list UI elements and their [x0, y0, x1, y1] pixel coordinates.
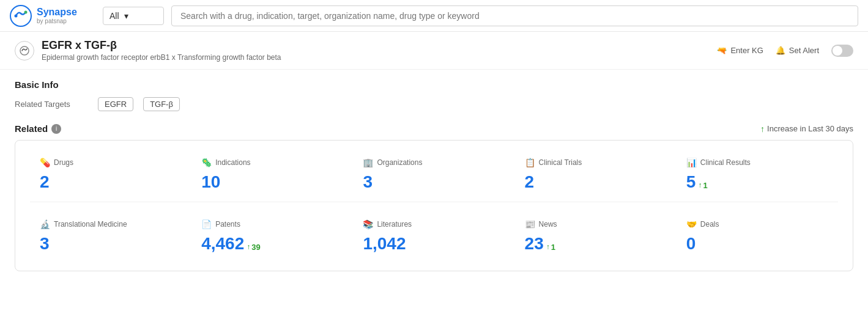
stat-number: 0: [686, 234, 696, 254]
stat-label: 💊Drugs: [40, 158, 182, 167]
stat-value: 0: [686, 234, 828, 254]
stat-category-label: News: [539, 220, 557, 229]
stat-item[interactable]: 📄Patents4,462↑39: [191, 214, 353, 258]
stat-item[interactable]: 📊Clinical Results5↑1: [677, 153, 838, 197]
tag-tgfb[interactable]: TGF-β: [143, 97, 180, 111]
stat-category-label: Drugs: [54, 158, 73, 167]
stat-increase-badge: ↑1: [546, 243, 555, 252]
increase-number: 39: [251, 243, 260, 252]
dropdown-label: All: [109, 11, 119, 21]
entity-subtitle: Epidermal growth factor receptor erbB1 x…: [42, 53, 281, 62]
alert-toggle[interactable]: [831, 45, 853, 57]
stat-number: 1,042: [363, 234, 406, 254]
svg-point-3: [20, 46, 29, 55]
stat-label: 🔬Translational Medicine: [40, 219, 182, 229]
increase-text: Increase in Last 30 days: [767, 124, 853, 133]
set-alert-label: Set Alert: [789, 46, 819, 55]
stat-item[interactable]: 💊Drugs2: [30, 153, 191, 197]
chevron-down-icon: ▾: [124, 11, 128, 21]
stat-category-label: Clinical Trials: [539, 158, 582, 167]
stat-category-icon: 🦠: [201, 158, 212, 167]
stat-category-icon: 🏢: [363, 158, 373, 167]
stat-category-label: Indications: [215, 158, 250, 167]
svg-point-2: [24, 10, 28, 13]
stats-row-1: 💊Drugs2🦠Indications10🏢Organizations3📋Cli…: [30, 153, 838, 197]
stat-label: 📋Clinical Trials: [525, 158, 667, 167]
stat-increase-badge: ↑1: [698, 181, 707, 190]
stat-value: 5↑1: [686, 172, 828, 192]
increase-number: 1: [551, 243, 555, 252]
stat-number: 3: [363, 172, 373, 192]
stat-label: 🤝Deals: [686, 219, 828, 229]
stat-category-label: Translational Medicine: [54, 220, 127, 229]
main-content: Basic Info Related Targets EGFR TGF-β Re…: [0, 70, 868, 281]
increase-up-icon: ↑: [546, 243, 550, 251]
stat-number: 2: [40, 172, 50, 192]
stats-row-2: 🔬Translational Medicine3📄Patents4,462↑39…: [30, 214, 838, 258]
stat-number: 23: [525, 234, 544, 254]
increase-up-icon: ↑: [698, 181, 702, 189]
increase-up-icon: ↑: [247, 243, 250, 251]
stat-item[interactable]: 🔬Translational Medicine3: [30, 214, 191, 258]
stat-value: 2: [525, 172, 667, 192]
entity-info: EGFR x TGF-β Epidermal growth factor rec…: [15, 39, 281, 62]
stat-category-icon: 📰: [525, 219, 535, 229]
set-alert-button[interactable]: 🔔 Set Alert: [776, 46, 819, 55]
entity-actions: 🔫 Enter KG 🔔 Set Alert: [717, 45, 853, 57]
logo: Synapse by patsnap: [10, 5, 95, 27]
stat-category-label: Clinical Results: [700, 158, 751, 167]
logo-name: Synapse: [37, 6, 77, 18]
stat-number: 2: [525, 172, 535, 192]
stat-category-label: Organizations: [377, 158, 422, 167]
stat-number: 5: [686, 172, 696, 192]
stat-number: 4,462: [201, 234, 244, 254]
stat-item[interactable]: 🤝Deals0: [677, 214, 838, 258]
svg-point-0: [10, 5, 31, 26]
stat-category-icon: 📚: [363, 219, 373, 229]
svg-point-1: [15, 14, 18, 17]
stat-category-label: Deals: [700, 220, 719, 229]
entity-header: EGFR x TGF-β Epidermal growth factor rec…: [0, 32, 868, 70]
stat-item[interactable]: 🦠Indications10: [191, 153, 353, 197]
stat-category-label: Patents: [215, 220, 240, 229]
increase-number: 1: [703, 181, 707, 190]
stat-label: 📄Patents: [201, 219, 343, 229]
increase-arrow-icon: ↑: [760, 124, 765, 134]
related-header: Related i ↑ Increase in Last 30 days: [15, 123, 853, 134]
search-type-dropdown[interactable]: All ▾: [103, 7, 164, 25]
stat-item[interactable]: 📚Literatures1,042: [353, 214, 514, 258]
kg-icon: 🔫: [717, 46, 727, 55]
stat-category-icon: 📋: [525, 158, 535, 167]
stats-divider: [30, 202, 838, 202]
stat-value: 23↑1: [525, 234, 667, 254]
stat-value: 4,462↑39: [201, 234, 343, 254]
logo-by: by patsnap: [37, 18, 77, 25]
stat-value: 3: [40, 234, 182, 254]
stat-category-icon: 📄: [201, 219, 212, 229]
info-icon[interactable]: i: [51, 124, 61, 134]
enter-kg-label: Enter KG: [730, 46, 763, 55]
search-input[interactable]: [171, 5, 858, 26]
tag-egfr[interactable]: EGFR: [98, 97, 133, 111]
basic-info-title: Basic Info: [15, 79, 853, 90]
stat-value: 1,042: [363, 234, 505, 254]
stat-label: 📚Literatures: [363, 219, 505, 229]
stats-card: 💊Drugs2🦠Indications10🏢Organizations3📋Cli…: [15, 140, 853, 271]
stat-item[interactable]: 🏢Organizations3: [353, 153, 514, 197]
app-header: Synapse by patsnap All ▾: [0, 0, 868, 32]
related-title-group: Related i: [15, 123, 61, 134]
enter-kg-button[interactable]: 🔫 Enter KG: [717, 46, 763, 55]
alert-icon: 🔔: [776, 46, 785, 55]
stat-item[interactable]: 📋Clinical Trials2: [515, 153, 677, 197]
stat-increase-badge: ↑39: [247, 243, 260, 252]
stat-label: 📊Clinical Results: [686, 158, 828, 167]
basic-info-row: Related Targets EGFR TGF-β: [15, 97, 853, 111]
stat-item[interactable]: 📰News23↑1: [515, 214, 677, 258]
stat-category-icon: 💊: [40, 158, 50, 167]
entity-title: EGFR x TGF-β: [42, 39, 281, 52]
stat-category-label: Literatures: [377, 220, 412, 229]
stat-label: 📰News: [525, 219, 667, 229]
logo-icon: [10, 5, 32, 27]
stat-category-icon: 🤝: [686, 219, 697, 229]
stat-number: 3: [40, 234, 50, 254]
